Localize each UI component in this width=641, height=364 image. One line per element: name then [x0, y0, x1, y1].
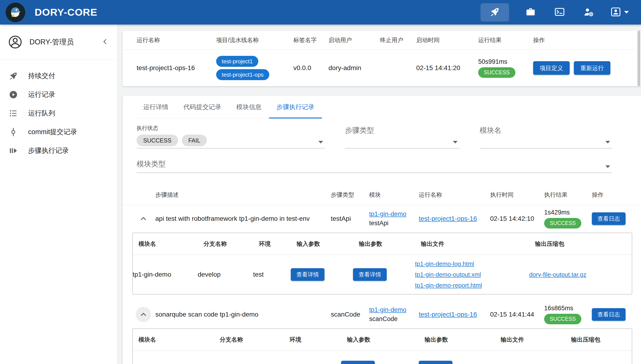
column-header: 输入参数 [297, 240, 359, 248]
run-summary-card: 运行名称 项目/流水线名称 标签名字 启动用户 终止用户 启动时间 运行结果 操… [123, 30, 641, 86]
sidebar-item-continuous-delivery[interactable]: 持续交付 [0, 66, 117, 85]
chevron-down-icon[interactable] [605, 166, 610, 168]
sidebar-collapse-button[interactable] [100, 37, 110, 47]
exec-time-cell: 02-15 14:41:44 [490, 311, 544, 318]
tab-code-commits[interactable]: 代码提交记录 [176, 96, 229, 118]
sidebar-item-step-records[interactable]: 步骤执行记录 [0, 141, 117, 160]
account-menu-button[interactable] [610, 5, 629, 20]
avatar [8, 34, 23, 50]
exec-status-select[interactable]: 执行状态 SUCCESS FAIL [137, 124, 325, 148]
module-name-placeholder: 模块名 [480, 126, 501, 135]
app-logo[interactable] [6, 2, 25, 22]
rerun-button[interactable]: 重新运行 [574, 61, 610, 75]
column-header: 模块 [369, 191, 419, 198]
status-badge: SUCCESS [544, 218, 581, 228]
sidebar-item-run-queue[interactable]: 运行队列 [0, 104, 117, 123]
chevron-left-icon [101, 38, 109, 46]
chevron-down-icon[interactable] [453, 141, 458, 144]
view-detail-button[interactable]: 查看详情 [419, 361, 453, 364]
output-archive-cell: dory-file-output.tar.gz [529, 270, 632, 279]
column-header: 步骤描述 [155, 191, 331, 198]
sidebar-item-label: 步骤执行记录 [28, 146, 69, 155]
exec-time-cell: 02-15 14:42:10 [490, 215, 544, 222]
output-file-link[interactable]: tp1-gin-demo-report.html [415, 280, 529, 290]
column-header: 执行时间 [490, 191, 544, 198]
user-admin-button[interactable] [581, 5, 596, 20]
column-header: 运行名称 [419, 191, 490, 198]
chevron-up-icon [139, 214, 148, 223]
tab-run-details[interactable]: 运行详情 [136, 96, 176, 118]
collapse-row-button[interactable] [136, 307, 151, 322]
output-archive-link[interactable]: dory-file-output.tar.gz [529, 271, 586, 278]
scrollbar-thumb[interactable] [637, 30, 640, 86]
exec-status-label: 执行状态 [137, 124, 325, 132]
sidebar-item-commit-records[interactable]: commit提交记录 [0, 123, 117, 141]
sidebar-nav: 持续交付 运行记录 [0, 60, 117, 160]
module-sub-label: testApi [369, 220, 419, 227]
module-link[interactable]: tp1-gin-demo [369, 210, 419, 218]
start-time-cell: 02-15 14:41:20 [416, 64, 478, 72]
user-settings-icon [583, 6, 594, 18]
module-cell: tp1-gin-demo scanCode [369, 306, 419, 323]
steps-table-header: 步骤描述 步骤类型 模块 运行名称 执行时间 执行结果 操作 [123, 184, 641, 205]
chevron-down-icon[interactable] [318, 141, 323, 144]
view-log-button[interactable]: 查看日志 [592, 212, 625, 225]
output-params-cell: 查看详情 [353, 268, 415, 281]
tab-step-records[interactable]: 步骤执行记录 [269, 96, 322, 118]
briefcase-icon [525, 6, 536, 18]
module-link[interactable]: tp1-gin-demo [369, 306, 419, 314]
column-header: 步骤类型 [331, 191, 369, 198]
main-content: 运行名称 项目/流水线名称 标签名字 启动用户 终止用户 启动时间 运行结果 操… [117, 24, 641, 364]
source-commit-icon [9, 127, 18, 137]
run-name-link[interactable]: test-project1-ops-16 [419, 311, 477, 318]
output-files-cell: tp1-gin-demo-log.html tp1-gin-demo-outpu… [415, 259, 529, 290]
column-header: 输出文件 [421, 240, 535, 248]
step-detail-header: 模块名 分支名称 环境 输入参数 输出参数 输出文件 输出压缩包 [133, 329, 632, 351]
pipeline-chip[interactable]: test-project1-ops [216, 69, 269, 80]
steps-table: 步骤描述 步骤类型 模块 运行名称 执行时间 执行结果 操作 api test [123, 184, 641, 364]
continuous-delivery-nav-button[interactable] [481, 3, 509, 22]
status-badge: SUCCESS [478, 67, 515, 78]
terminal-icon [554, 6, 565, 18]
terminal-button[interactable] [552, 5, 567, 20]
project-definition-button[interactable]: 项目定义 [533, 61, 570, 75]
sidebar-item-label: 运行记录 [28, 90, 55, 99]
module-name-cell: tp1-gin-demo [133, 271, 198, 278]
step-description-cell: api test with robotframework tp1-gin-dem… [155, 215, 331, 222]
step-row: sonarqube scan code tp1-gin-demo scanCod… [123, 301, 641, 328]
module-type-select[interactable]: 模块类型 [137, 157, 612, 173]
tab-module-info[interactable]: 模块信息 [229, 96, 269, 118]
view-detail-button[interactable]: 查看详情 [341, 361, 375, 364]
view-detail-button[interactable]: 查看详情 [353, 268, 387, 281]
step-type-select[interactable]: 步骤类型 [345, 124, 460, 148]
view-detail-button[interactable]: 查看详情 [291, 268, 324, 281]
column-header: 操作 [592, 191, 636, 198]
filter-chip-fail[interactable]: FAIL [182, 134, 207, 146]
module-name-select[interactable]: 模块名 [480, 124, 612, 148]
run-name-link[interactable]: test-project1-ops-16 [419, 215, 477, 222]
list-icon [9, 108, 18, 118]
column-header: 执行结果 [544, 191, 592, 198]
step-actions-cell: 查看日志 [592, 308, 636, 321]
filter-chip-success[interactable]: SUCCESS [137, 134, 178, 146]
sidebar-item-run-history[interactable]: 运行记录 [0, 85, 117, 104]
output-file-link[interactable]: tp1-gin-demo-output.xml [415, 270, 529, 279]
filters-row-2: 模块类型 [137, 157, 612, 173]
output-file-link[interactable]: tp1-gin-demo-log.html [415, 259, 529, 268]
output-params-cell: 查看详情 [419, 361, 495, 364]
rocket-icon [9, 71, 18, 81]
step-duration: 1s429ms [544, 209, 570, 216]
user-role-label: DORY-管理员 [30, 37, 100, 47]
column-header: 项目/流水线名称 [216, 36, 293, 44]
view-log-button[interactable]: 查看日志 [592, 308, 625, 321]
workbench-button[interactable] [523, 5, 538, 20]
collapse-row-button[interactable] [136, 211, 151, 226]
column-header: 环境 [290, 336, 347, 344]
chevron-down-icon[interactable] [605, 141, 610, 144]
screen: DORY-CORE [0, 0, 641, 364]
exec-status-values: SUCCESS FAIL [137, 134, 325, 148]
project-chip[interactable]: test-project1 [216, 56, 258, 67]
step-actions-cell: 查看日志 [592, 212, 636, 225]
filters-row-1: 执行状态 SUCCESS FAIL 步骤类型 模块名 [137, 124, 612, 148]
steps-icon [9, 146, 18, 156]
